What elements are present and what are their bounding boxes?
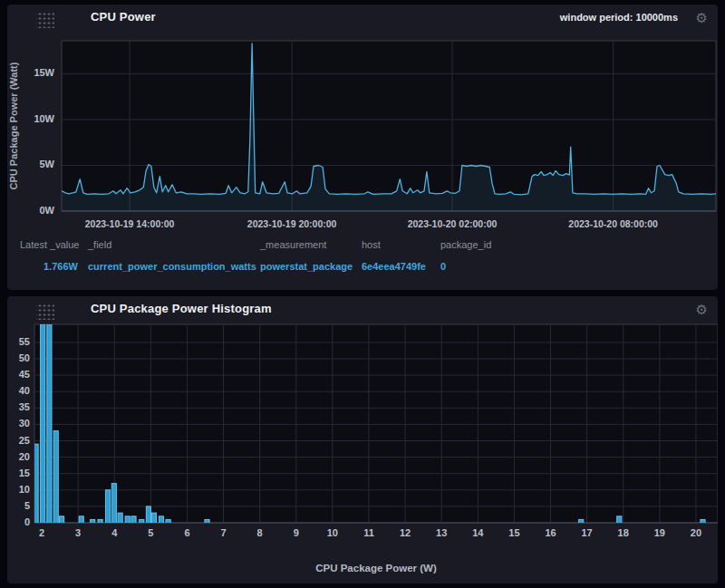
x-tick-label: 12: [392, 527, 419, 538]
x-tick-label: 20: [682, 527, 710, 538]
x-tick-label: 11: [355, 527, 382, 538]
x-tick-label: 3: [64, 527, 92, 538]
histogram-plot-area[interactable]: [34, 324, 718, 523]
gear-icon[interactable]: ⚙: [696, 301, 708, 319]
x-tick-label: 2023-10-20 02:00:00: [396, 218, 508, 229]
cpu-power-cell: CPU Power window period: 10000ms ⚙ CPU P…: [7, 5, 718, 290]
x-tick-label: 2023-10-20 08:00:00: [557, 218, 670, 229]
x-tick-label: 17: [574, 527, 601, 538]
x-tick-label: 19: [646, 527, 673, 538]
legend-value[interactable]: current_power_consumption_watts: [88, 261, 269, 272]
y-tick-label: 10: [7, 484, 30, 495]
legend-value[interactable]: 0: [440, 261, 513, 272]
x-axis-title: CPU Package Power (W): [34, 563, 718, 574]
legend-column-header: package_id: [440, 239, 513, 250]
legend-column-header: _measurement: [260, 239, 369, 250]
x-tick-label: 5: [137, 527, 164, 538]
x-tick-label: 2: [28, 527, 55, 538]
x-tick-label: 2023-10-19 14:00:00: [73, 218, 186, 229]
x-tick-label: 15: [500, 527, 527, 538]
y-tick-label: 25: [7, 435, 30, 446]
x-tick-label: 18: [610, 527, 637, 538]
y-tick-label: 45: [7, 369, 30, 380]
x-tick-label: 2023-10-19 20:00:00: [236, 218, 348, 229]
y-tick-label: 0W: [9, 205, 54, 216]
x-tick-label: 8: [246, 527, 274, 538]
y-tick-label: 30: [7, 418, 30, 429]
legend-column-header: host: [362, 239, 443, 250]
x-tick-label: 7: [210, 527, 237, 538]
x-tick-label: 13: [428, 527, 455, 538]
y-tick-label: 5W: [9, 159, 54, 169]
x-tick-label: 16: [537, 527, 565, 538]
window-period-label: window period: 10000ms: [560, 12, 678, 23]
legend-value[interactable]: powerstat_package: [260, 261, 369, 272]
cell-drag-handle-icon[interactable]: [36, 11, 54, 28]
cell-drag-handle-icon[interactable]: [36, 303, 54, 320]
x-tick-label: 6: [173, 527, 200, 538]
y-tick-label: 35: [7, 401, 30, 412]
histogram-cell: CPU Package Power Histogram ⚙ CPU Packag…: [7, 296, 718, 583]
legend-value[interactable]: 1.766W: [20, 261, 78, 272]
y-tick-label: 55: [7, 336, 30, 347]
legend-column-header: Latest _value: [20, 239, 78, 250]
line-chart-plot-area[interactable]: [62, 41, 716, 211]
x-tick-label: 10: [319, 527, 346, 538]
y-tick-label: 20: [7, 451, 30, 462]
cell-title: CPU Package Power Histogram: [91, 302, 272, 315]
x-tick-label: 4: [101, 527, 128, 538]
y-tick-label: 50: [7, 352, 30, 363]
y-tick-label: 0: [7, 516, 30, 527]
y-tick-label: 15W: [9, 67, 54, 78]
x-tick-label: 9: [283, 527, 310, 538]
y-axis-title: CPU Package Power (Watt): [8, 41, 22, 211]
cell-title: CPU Power: [91, 10, 156, 24]
x-tick-label: 14: [464, 527, 491, 538]
y-tick-label: 15: [7, 468, 30, 478]
y-tick-label: 5: [7, 500, 30, 511]
y-tick-label: 10W: [9, 113, 54, 124]
legend-column-header: _field: [88, 239, 269, 250]
y-tick-label: 40: [7, 385, 30, 396]
gear-icon[interactable]: ⚙: [696, 9, 708, 27]
legend-value[interactable]: 6e4eea4749fe: [362, 261, 443, 272]
